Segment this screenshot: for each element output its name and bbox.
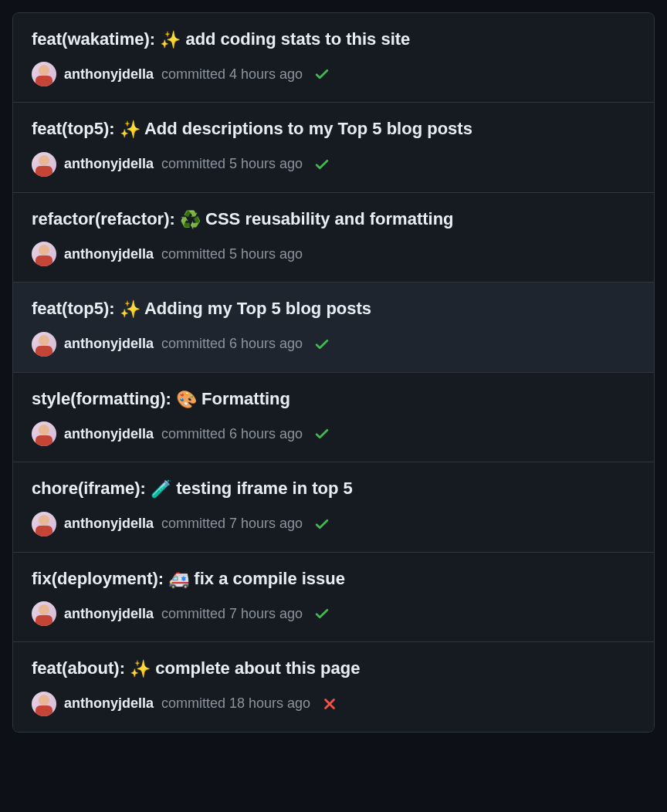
status-success-icon[interactable] xyxy=(313,425,330,442)
commit-item[interactable]: feat(top5): ✨ Add descriptions to my Top… xyxy=(13,103,654,192)
recycle-icon: ♻️ xyxy=(180,209,201,232)
commit-author[interactable]: anthonyjdella xyxy=(64,695,154,712)
commit-title[interactable]: style(formatting): 🎨 Formatting xyxy=(32,388,635,411)
commit-author[interactable]: anthonyjdella xyxy=(64,246,154,262)
status-success-icon[interactable] xyxy=(313,336,330,353)
commit-item[interactable]: feat(top5): ✨ Adding my Top 5 blog posts… xyxy=(13,283,654,372)
commit-author[interactable]: anthonyjdella xyxy=(64,606,154,622)
commit-title-prefix: feat(top5): xyxy=(32,299,120,318)
status-success-icon[interactable] xyxy=(313,66,330,83)
commit-meta: anthonyjdella committed 18 hours ago xyxy=(32,692,635,716)
commit-title-prefix: feat(top5): xyxy=(32,119,120,138)
commit-title-suffix: complete about this page xyxy=(151,658,360,678)
sparkles-icon: ✨ xyxy=(130,658,151,681)
palette-icon: 🎨 xyxy=(176,389,197,411)
avatar[interactable] xyxy=(32,332,56,357)
avatar[interactable] xyxy=(32,421,56,446)
commit-title-suffix: Formatting xyxy=(197,389,290,408)
commit-item[interactable]: chore(iframe): 🧪 testing iframe in top 5… xyxy=(13,462,654,552)
commit-author[interactable]: anthonyjdella xyxy=(64,66,154,83)
commit-item[interactable]: refactor(refactor): ♻️ CSS reusability a… xyxy=(13,193,654,283)
commit-author[interactable]: anthonyjdella xyxy=(64,516,154,532)
commit-title-suffix: fix a compile issue xyxy=(189,569,345,588)
commit-title-prefix: refactor(refactor): xyxy=(32,209,180,228)
commit-title-suffix: testing iframe in top 5 xyxy=(171,479,353,498)
avatar[interactable] xyxy=(32,601,56,626)
commit-time: committed 6 hours ago xyxy=(161,336,303,352)
commit-meta: anthonyjdella committed 4 hours ago xyxy=(32,62,635,86)
commit-list: feat(wakatime): ✨ add coding stats to th… xyxy=(12,12,655,732)
commit-meta: anthonyjdella committed 7 hours ago xyxy=(32,512,635,536)
commit-meta: anthonyjdella committed 7 hours ago xyxy=(32,601,635,626)
commit-time: committed 5 hours ago xyxy=(161,246,303,262)
avatar[interactable] xyxy=(32,512,56,536)
commit-title-suffix: add coding stats to this site xyxy=(181,29,410,49)
commit-title-prefix: chore(iframe): xyxy=(32,479,151,498)
commit-time: committed 6 hours ago xyxy=(161,426,303,442)
commit-item[interactable]: feat(about): ✨ complete about this page … xyxy=(13,642,654,731)
commit-author[interactable]: anthonyjdella xyxy=(64,156,154,172)
commit-meta: anthonyjdella committed 5 hours ago xyxy=(32,242,635,266)
commit-item[interactable]: fix(deployment): 🚑 fix a compile issue a… xyxy=(13,553,654,642)
commit-author[interactable]: anthonyjdella xyxy=(64,336,154,352)
commit-title[interactable]: fix(deployment): 🚑 fix a compile issue xyxy=(32,568,635,590)
avatar[interactable] xyxy=(32,152,56,177)
test-tube-icon: 🧪 xyxy=(151,479,171,501)
commit-time: committed 7 hours ago xyxy=(161,516,303,532)
commit-title[interactable]: refactor(refactor): ♻️ CSS reusability a… xyxy=(32,208,635,231)
status-success-icon[interactable] xyxy=(313,605,330,622)
avatar[interactable] xyxy=(32,242,56,266)
status-failure-icon[interactable] xyxy=(321,695,338,712)
commit-title[interactable]: feat(top5): ✨ Add descriptions to my Top… xyxy=(32,118,635,140)
sparkles-icon: ✨ xyxy=(120,299,141,321)
commit-title-prefix: feat(about): xyxy=(32,658,130,678)
commit-meta: anthonyjdella committed 6 hours ago xyxy=(32,421,635,446)
ambulance-icon: 🚑 xyxy=(168,569,189,591)
commit-title-prefix: feat(wakatime): xyxy=(32,29,160,49)
commit-title[interactable]: chore(iframe): 🧪 testing iframe in top 5 xyxy=(32,478,635,500)
avatar[interactable] xyxy=(32,62,56,86)
commit-time: committed 5 hours ago xyxy=(161,156,303,172)
sparkles-icon: ✨ xyxy=(120,119,141,141)
commit-title-suffix: CSS reusability and formatting xyxy=(201,209,454,228)
commit-title-suffix: Add descriptions to my Top 5 blog posts xyxy=(141,119,472,138)
avatar[interactable] xyxy=(32,692,56,716)
commit-meta: anthonyjdella committed 5 hours ago xyxy=(32,152,635,177)
commit-title-prefix: style(formatting): xyxy=(32,389,176,408)
commit-time: committed 4 hours ago xyxy=(161,66,303,83)
commit-title[interactable]: feat(about): ✨ complete about this page xyxy=(32,658,635,680)
commit-meta: anthonyjdella committed 6 hours ago xyxy=(32,332,635,357)
sparkles-icon: ✨ xyxy=(160,29,181,52)
commit-title-prefix: fix(deployment): xyxy=(32,569,168,588)
commit-title[interactable]: feat(wakatime): ✨ add coding stats to th… xyxy=(32,29,635,51)
commit-time: committed 18 hours ago xyxy=(161,695,310,712)
status-success-icon[interactable] xyxy=(313,156,330,173)
commit-author[interactable]: anthonyjdella xyxy=(64,426,154,442)
commit-title[interactable]: feat(top5): ✨ Adding my Top 5 blog posts xyxy=(32,298,635,320)
commit-time: committed 7 hours ago xyxy=(161,606,303,622)
commit-title-suffix: Adding my Top 5 blog posts xyxy=(141,299,371,318)
commit-item[interactable]: style(formatting): 🎨 Formatting anthonyj… xyxy=(13,373,654,462)
commit-item[interactable]: feat(wakatime): ✨ add coding stats to th… xyxy=(13,13,654,103)
status-success-icon[interactable] xyxy=(313,516,330,533)
